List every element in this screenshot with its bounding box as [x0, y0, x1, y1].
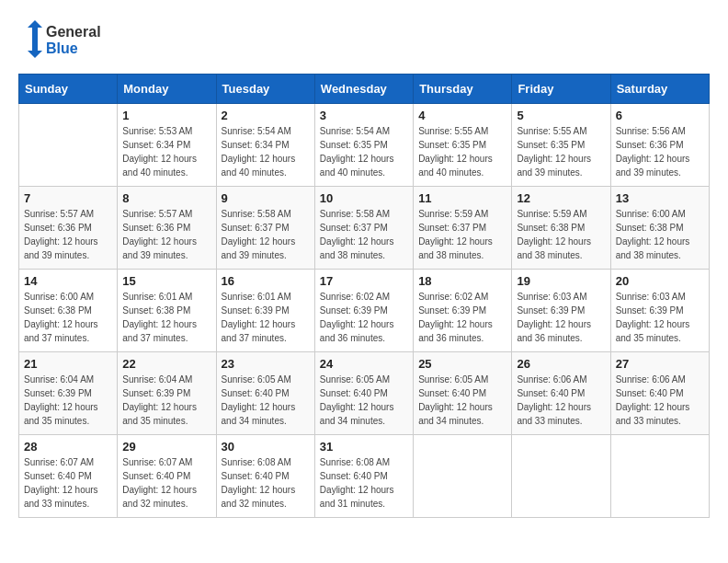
day-info: Sunrise: 6:07 AM Sunset: 6:40 PM Dayligh…: [24, 455, 112, 511]
day-cell: 3Sunrise: 5:54 AM Sunset: 6:35 PM Daylig…: [314, 104, 413, 187]
day-info: Sunrise: 6:08 AM Sunset: 6:40 PM Dayligh…: [320, 455, 408, 511]
day-cell: 9Sunrise: 5:58 AM Sunset: 6:37 PM Daylig…: [216, 187, 314, 270]
day-number: 27: [616, 357, 704, 371]
day-number: 24: [320, 357, 408, 371]
day-number: 19: [517, 274, 605, 288]
day-cell: 23Sunrise: 6:05 AM Sunset: 6:40 PM Dayli…: [216, 352, 314, 435]
week-row-2: 7Sunrise: 5:57 AM Sunset: 6:36 PM Daylig…: [19, 187, 710, 270]
day-cell: 11Sunrise: 5:59 AM Sunset: 6:37 PM Dayli…: [414, 187, 512, 270]
day-cell: 17Sunrise: 6:02 AM Sunset: 6:39 PM Dayli…: [314, 270, 413, 352]
day-cell: 7Sunrise: 5:57 AM Sunset: 6:36 PM Daylig…: [19, 187, 118, 270]
day-number: 11: [418, 191, 506, 205]
day-info: Sunrise: 5:59 AM Sunset: 6:37 PM Dayligh…: [418, 207, 506, 262]
week-row-4: 21Sunrise: 6:04 AM Sunset: 6:39 PM Dayli…: [19, 352, 710, 435]
day-cell: 19Sunrise: 6:03 AM Sunset: 6:39 PM Dayli…: [512, 270, 610, 352]
day-number: 31: [320, 440, 408, 454]
day-cell: 1Sunrise: 5:53 AM Sunset: 6:34 PM Daylig…: [118, 104, 216, 187]
day-cell: 6Sunrise: 5:56 AM Sunset: 6:36 PM Daylig…: [610, 104, 709, 187]
day-number: 13: [616, 191, 704, 205]
day-info: Sunrise: 6:02 AM Sunset: 6:39 PM Dayligh…: [418, 290, 506, 345]
day-number: 10: [320, 191, 408, 205]
day-cell: 26Sunrise: 6:06 AM Sunset: 6:40 PM Dayli…: [512, 352, 610, 435]
day-info: Sunrise: 6:03 AM Sunset: 6:39 PM Dayligh…: [517, 290, 605, 345]
header-day-sunday: Sunday: [19, 75, 118, 104]
day-number: 2: [222, 109, 310, 122]
day-cell: 24Sunrise: 6:05 AM Sunset: 6:40 PM Dayli…: [314, 352, 413, 435]
day-number: 5: [517, 109, 605, 122]
day-info: Sunrise: 6:05 AM Sunset: 6:40 PM Dayligh…: [418, 373, 506, 428]
day-cell: 16Sunrise: 6:01 AM Sunset: 6:39 PM Dayli…: [216, 270, 314, 352]
day-number: 6: [616, 109, 704, 122]
day-info: Sunrise: 6:03 AM Sunset: 6:39 PM Dayligh…: [616, 290, 704, 345]
day-info: Sunrise: 6:02 AM Sunset: 6:39 PM Dayligh…: [320, 290, 408, 345]
day-info: Sunrise: 6:01 AM Sunset: 6:39 PM Dayligh…: [222, 290, 310, 345]
header-day-wednesday: Wednesday: [314, 75, 413, 104]
day-number: 26: [517, 357, 605, 371]
day-cell: 31Sunrise: 6:08 AM Sunset: 6:40 PM Dayli…: [314, 435, 413, 518]
day-cell: [19, 104, 118, 187]
day-info: Sunrise: 6:06 AM Sunset: 6:40 PM Dayligh…: [616, 373, 704, 428]
day-number: 28: [24, 440, 112, 454]
day-info: Sunrise: 6:08 AM Sunset: 6:40 PM Dayligh…: [222, 455, 310, 511]
day-number: 22: [122, 357, 210, 371]
day-info: Sunrise: 6:00 AM Sunset: 6:38 PM Dayligh…: [616, 207, 704, 262]
day-number: 9: [222, 191, 310, 205]
day-cell: 2Sunrise: 5:54 AM Sunset: 6:34 PM Daylig…: [216, 104, 314, 187]
header-row: SundayMondayTuesdayWednesdayThursdayFrid…: [19, 75, 710, 104]
header-day-friday: Friday: [512, 75, 610, 104]
day-info: Sunrise: 6:04 AM Sunset: 6:39 PM Dayligh…: [122, 373, 210, 428]
logo[interactable]: GeneralBlue: [18, 18, 101, 60]
day-number: 25: [418, 357, 506, 371]
day-number: 3: [320, 109, 408, 122]
day-cell: 25Sunrise: 6:05 AM Sunset: 6:40 PM Dayli…: [414, 352, 512, 435]
week-row-1: 1Sunrise: 5:53 AM Sunset: 6:34 PM Daylig…: [19, 104, 710, 187]
day-number: 1: [122, 109, 210, 122]
day-info: Sunrise: 5:55 AM Sunset: 6:35 PM Dayligh…: [418, 124, 506, 179]
day-number: 15: [122, 274, 210, 288]
day-number: 20: [616, 274, 704, 288]
day-cell: 22Sunrise: 6:04 AM Sunset: 6:39 PM Dayli…: [118, 352, 216, 435]
header-day-monday: Monday: [118, 75, 216, 104]
day-cell: 5Sunrise: 5:55 AM Sunset: 6:35 PM Daylig…: [512, 104, 610, 187]
header-day-tuesday: Tuesday: [216, 75, 314, 104]
day-number: 30: [222, 440, 310, 454]
header-day-saturday: Saturday: [610, 75, 709, 104]
day-cell: 15Sunrise: 6:01 AM Sunset: 6:38 PM Dayli…: [118, 270, 216, 352]
day-info: Sunrise: 6:05 AM Sunset: 6:40 PM Dayligh…: [222, 373, 310, 428]
day-number: 16: [222, 274, 310, 288]
day-info: Sunrise: 5:57 AM Sunset: 6:36 PM Dayligh…: [122, 207, 210, 262]
day-cell: 21Sunrise: 6:04 AM Sunset: 6:39 PM Dayli…: [19, 352, 118, 435]
day-info: Sunrise: 5:57 AM Sunset: 6:36 PM Dayligh…: [24, 207, 112, 262]
day-info: Sunrise: 5:59 AM Sunset: 6:38 PM Dayligh…: [517, 207, 605, 262]
day-cell: 12Sunrise: 5:59 AM Sunset: 6:38 PM Dayli…: [512, 187, 610, 270]
day-info: Sunrise: 6:05 AM Sunset: 6:40 PM Dayligh…: [320, 373, 408, 428]
day-cell: 14Sunrise: 6:00 AM Sunset: 6:38 PM Dayli…: [19, 270, 118, 352]
day-info: Sunrise: 5:58 AM Sunset: 6:37 PM Dayligh…: [222, 207, 310, 262]
day-number: 7: [24, 191, 112, 205]
day-cell: 20Sunrise: 6:03 AM Sunset: 6:39 PM Dayli…: [610, 270, 709, 352]
day-cell: 29Sunrise: 6:07 AM Sunset: 6:40 PM Dayli…: [118, 435, 216, 518]
week-row-3: 14Sunrise: 6:00 AM Sunset: 6:38 PM Dayli…: [19, 270, 710, 352]
day-info: Sunrise: 5:53 AM Sunset: 6:34 PM Dayligh…: [122, 124, 210, 179]
day-info: Sunrise: 5:56 AM Sunset: 6:36 PM Dayligh…: [616, 124, 704, 179]
day-cell: [512, 435, 610, 518]
day-number: 17: [320, 274, 408, 288]
svg-text:General: General: [46, 24, 101, 40]
svg-marker-0: [28, 20, 42, 58]
day-number: 12: [517, 191, 605, 205]
day-cell: [610, 435, 709, 518]
page-header: GeneralBlue: [18, 18, 710, 60]
day-number: 18: [418, 274, 506, 288]
day-number: 29: [122, 440, 210, 454]
day-info: Sunrise: 6:06 AM Sunset: 6:40 PM Dayligh…: [517, 373, 605, 428]
day-info: Sunrise: 6:01 AM Sunset: 6:38 PM Dayligh…: [122, 290, 210, 345]
day-info: Sunrise: 5:54 AM Sunset: 6:34 PM Dayligh…: [222, 124, 310, 179]
day-cell: 10Sunrise: 5:58 AM Sunset: 6:37 PM Dayli…: [314, 187, 413, 270]
day-number: 4: [418, 109, 506, 122]
day-cell: [414, 435, 512, 518]
day-number: 14: [24, 274, 112, 288]
day-number: 23: [222, 357, 310, 371]
day-cell: 18Sunrise: 6:02 AM Sunset: 6:39 PM Dayli…: [414, 270, 512, 352]
day-cell: 27Sunrise: 6:06 AM Sunset: 6:40 PM Dayli…: [610, 352, 709, 435]
day-cell: 4Sunrise: 5:55 AM Sunset: 6:35 PM Daylig…: [414, 104, 512, 187]
